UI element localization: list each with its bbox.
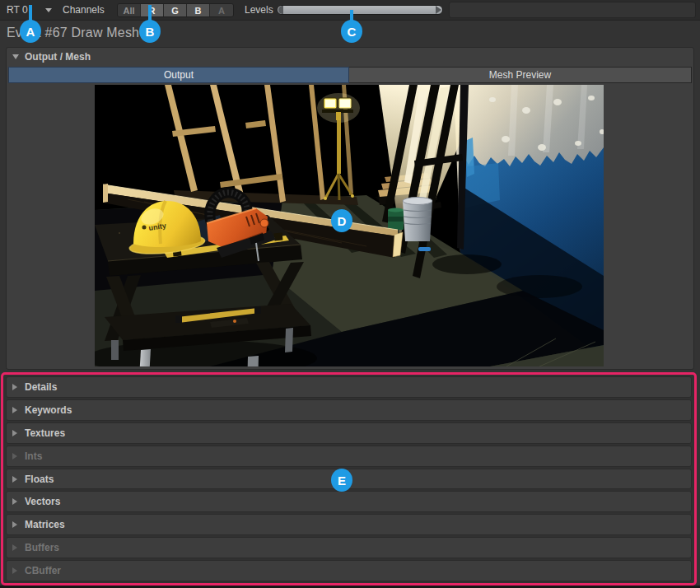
output-mesh-foldout[interactable]: Output / Mesh xyxy=(7,48,693,65)
annotation-marker-a: A xyxy=(20,20,41,43)
render-target-label: RT 0 xyxy=(7,0,28,20)
channel-button-all[interactable]: All xyxy=(118,4,141,16)
section-matrices[interactable]: Matrices xyxy=(6,514,692,535)
section-details[interactable]: Details xyxy=(6,376,692,398)
foldout-collapsed-icon xyxy=(12,430,17,436)
toolbar-spacer xyxy=(449,2,696,18)
channels-label: Channels xyxy=(63,0,105,20)
channel-button-b[interactable]: B xyxy=(187,4,210,16)
foldout-collapsed-icon xyxy=(12,453,17,460)
annotation-marker-c: C xyxy=(341,20,362,43)
levels-label: Levels xyxy=(245,0,273,20)
output-mesh-tabs: Output Mesh Preview xyxy=(8,67,692,83)
levels-slider-min-handle[interactable] xyxy=(278,6,283,14)
foldout-collapsed-icon xyxy=(12,498,17,505)
section-ints: Ints xyxy=(6,446,692,467)
foldout-collapsed-icon xyxy=(12,521,17,528)
annotation-marker-b: B xyxy=(139,20,161,43)
levels-slider-max-handle[interactable] xyxy=(436,6,441,14)
section-buffers: Buffers xyxy=(6,537,692,558)
foldout-expanded-icon xyxy=(12,54,19,59)
annotation-marker-d: D xyxy=(331,209,352,232)
annotation-marker-e: E xyxy=(331,469,352,492)
channel-button-a: A xyxy=(210,4,233,16)
frame-debugger-window: RT 0 Channels All R G B A Levels Event #… xyxy=(0,0,700,588)
foldout-collapsed-icon xyxy=(12,476,17,483)
foldout-collapsed-icon xyxy=(12,384,17,390)
section-vectors[interactable]: Vectors xyxy=(6,491,692,512)
foldout-collapsed-icon xyxy=(12,567,17,574)
channel-button-g[interactable]: G xyxy=(164,4,187,16)
chevron-down-icon xyxy=(45,8,52,12)
tab-mesh-preview[interactable]: Mesh Preview xyxy=(349,67,692,83)
channel-button-r[interactable]: R xyxy=(141,4,164,16)
section-textures[interactable]: Textures xyxy=(6,422,692,444)
section-keywords[interactable]: Keywords xyxy=(6,399,692,421)
tab-output[interactable]: Output xyxy=(8,67,349,83)
section-cbuffer: CBuffer xyxy=(6,560,692,581)
levels-slider[interactable] xyxy=(277,5,443,15)
foldout-collapsed-icon xyxy=(12,544,17,551)
channel-buttons: All R G B A xyxy=(117,3,234,17)
foldout-collapsed-icon xyxy=(12,407,17,413)
output-mesh-header-label: Output / Mesh xyxy=(25,51,91,63)
